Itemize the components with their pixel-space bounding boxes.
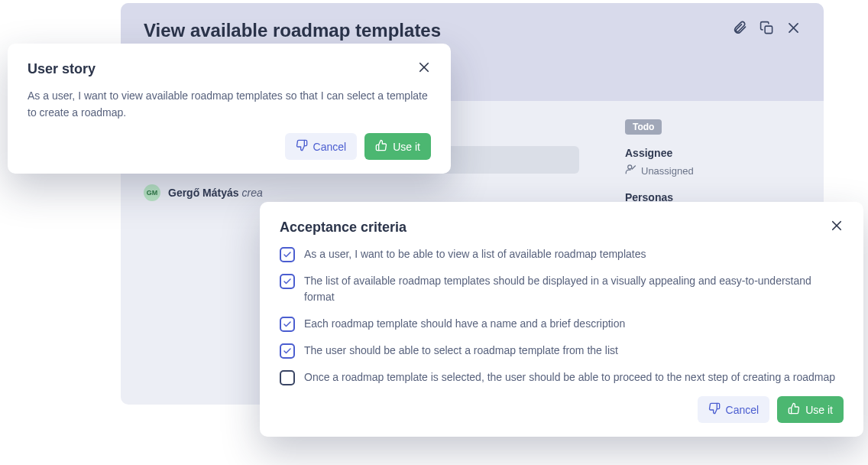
criteria-item: The user should be able to select a road… [280,343,844,359]
user-story-title: User story [28,61,96,77]
cancel-label: Cancel [313,141,347,153]
cancel-button[interactable]: Cancel [285,133,358,160]
criteria-list: As a user, I want to be able to view a l… [280,246,844,385]
svg-rect-0 [765,26,772,34]
criteria-checkbox[interactable] [280,343,295,359]
avatar: GM [144,184,160,201]
task-title: View available roadmap templates [144,20,441,41]
attachment-icon[interactable] [732,20,747,35]
acceptance-title: Acceptance criteria [280,219,406,236]
thumbs-down-icon [296,139,308,154]
close-icon[interactable] [830,219,844,236]
use-it-button[interactable]: Use it [364,133,431,160]
assignee-label: Assignee [625,147,801,159]
thumbs-down-icon [708,402,721,417]
status-badge[interactable]: Todo [625,119,662,135]
activity-row: GM Gergő Mátyás crea [144,184,579,201]
assignee-text: Unassigned [641,165,694,177]
criteria-item: Each roadmap template should have a name… [280,316,844,332]
user-story-actions: Cancel Use it [28,133,431,160]
activity-author: Gergő Mátyás [168,187,239,199]
thumbs-up-icon [375,139,387,154]
thumbs-up-icon [788,402,800,417]
task-header-actions [732,20,801,35]
close-icon[interactable] [417,60,431,77]
criteria-text: As a user, I want to be able to view a l… [304,246,646,262]
criteria-item: Once a roadmap template is selected, the… [280,369,844,385]
criteria-text: Each roadmap template should have a name… [304,316,625,332]
criteria-checkbox[interactable] [280,317,295,332]
criteria-checkbox[interactable] [280,370,295,385]
criteria-item: The list of available roadmap templates … [280,273,844,305]
assignee-value[interactable]: Unassigned [625,164,801,177]
use-it-button[interactable]: Use it [777,396,844,423]
user-story-popover: User story As a user, I want to view ava… [8,44,451,174]
close-icon[interactable] [786,21,801,35]
criteria-text: The user should be able to select a road… [304,343,618,359]
acceptance-popover: Acceptance criteria As a user, I want to… [260,202,863,437]
criteria-item: As a user, I want to be able to view a l… [280,246,844,262]
use-it-label: Use it [805,404,833,416]
user-unassigned-icon [625,164,636,177]
svg-line-4 [632,166,636,170]
acceptance-actions: Cancel Use it [280,396,844,423]
criteria-checkbox[interactable] [280,274,295,289]
activity-verb: crea [241,187,262,199]
criteria-text: The list of available roadmap templates … [304,273,844,305]
use-it-label: Use it [393,141,420,153]
acceptance-header: Acceptance criteria [280,219,844,236]
criteria-text: Once a roadmap template is selected, the… [304,369,835,385]
svg-point-3 [628,165,632,169]
cancel-label: Cancel [726,404,760,416]
user-story-body: As a user, I want to view available road… [28,88,431,121]
task-right-col: Todo Assignee Unassigned Personas [625,119,801,212]
copy-icon[interactable] [760,21,774,35]
cancel-button[interactable]: Cancel [698,396,770,423]
criteria-checkbox[interactable] [280,247,295,262]
user-story-header: User story [28,60,431,77]
activity-text: Gergő Mátyás crea [168,187,263,199]
